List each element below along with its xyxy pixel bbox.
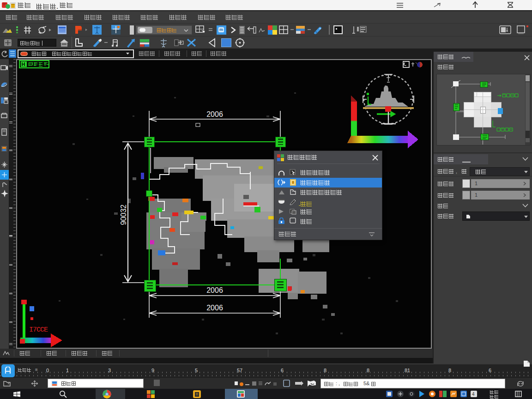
svg-text:I7CCE: I7CCE	[29, 326, 48, 334]
svg-text:90032: 90032	[120, 205, 127, 225]
svg-text:2006: 2006	[206, 110, 223, 118]
svg-text:2006: 2006	[206, 286, 223, 294]
svg-text:4: 4	[472, 392, 475, 397]
svg-text:2006: 2006	[206, 304, 223, 312]
